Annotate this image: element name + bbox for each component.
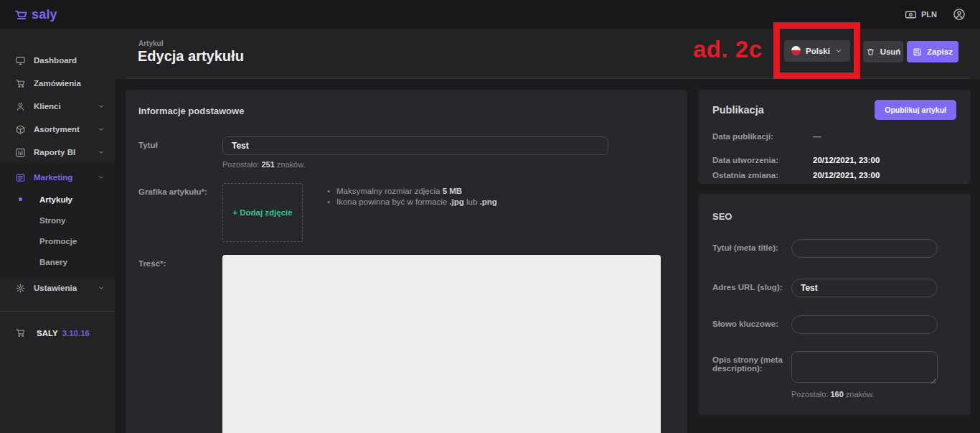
sidebar-item-raporty-bi[interactable]: Raporty BI — [0, 141, 115, 164]
cart-icon — [15, 327, 27, 338]
title-remaining-counter: Pozostało: 251 znaków. — [222, 160, 608, 169]
seo-card: SEO Tytuł (meta title): Adres URL (slug)… — [698, 194, 971, 415]
language-dropdown[interactable]: Polski — [784, 40, 850, 62]
gear-icon — [15, 283, 27, 294]
add-photo-dropzone[interactable]: + Dodaj zdjęcie — [222, 183, 303, 242]
sidebar-item-dashboard[interactable]: Dashboard — [0, 49, 115, 72]
monitor-icon — [15, 55, 27, 66]
account-button[interactable] — [953, 8, 966, 21]
cart-icon — [15, 78, 27, 89]
title-label: Tytuł — [138, 136, 222, 169]
cart-logo-icon — [14, 7, 29, 22]
sidebar-item-banery[interactable]: Banery — [0, 251, 115, 272]
sidebar-footer: SALY 3.10.16 — [0, 327, 115, 338]
app-logo[interactable]: saly — [14, 7, 57, 22]
image-label: Grafika artykułu*: — [138, 183, 222, 242]
publication-title: Publikacja — [712, 104, 764, 116]
modified-date-value: 20/12/2021, 23:00 — [813, 171, 880, 180]
sidebar-item-klienci[interactable]: Klienci — [0, 95, 115, 118]
publication-date-value: — — [813, 132, 821, 141]
app-version: 3.10.16 — [62, 329, 90, 337]
floppy-icon — [913, 47, 922, 57]
sidebar-item-strony[interactable]: Strony — [0, 210, 115, 231]
title-input[interactable] — [222, 136, 608, 155]
banknote-icon — [905, 9, 917, 21]
sidebar-item-ustawienia[interactable]: Ustawienia — [0, 276, 115, 299]
person-icon — [15, 101, 27, 112]
description-remaining-counter: Pozostało: 160 znaków. — [791, 390, 956, 399]
currency-label: PLN — [921, 10, 937, 19]
seo-title: SEO — [712, 211, 956, 222]
slug-label: Adres URL (slug): — [712, 279, 791, 297]
report-icon — [15, 147, 27, 158]
breadcrumb: Artykuł — [138, 39, 163, 47]
active-bullet — [19, 197, 22, 201]
sidebar-item-marketing[interactable]: Marketing — [0, 166, 115, 189]
sidebar-item-asortyment[interactable]: Asortyment — [0, 118, 115, 141]
news-icon — [15, 172, 27, 183]
sidebar-item-zamowienia[interactable]: Zamówienia — [0, 72, 115, 95]
user-avatar-icon — [953, 8, 966, 21]
chevron-down-icon — [98, 149, 105, 156]
sidebar-item-artykuly[interactable]: Artykuły — [0, 189, 115, 210]
meta-description-textarea[interactable] — [791, 351, 938, 383]
chevron-down-icon — [98, 103, 105, 110]
publication-date-row: Data publikacji: — — [712, 132, 956, 141]
trash-icon — [866, 47, 875, 57]
annotation-highlight-box: Polski — [773, 22, 860, 79]
page-title: Edycja artykułu — [138, 48, 244, 65]
sidebar-item-promocje[interactable]: Promocje — [0, 231, 115, 251]
slug-input[interactable] — [791, 279, 938, 297]
annotation-text: ad. 2c — [693, 36, 763, 63]
sidebar: Dashboard Zamówienia Klienci Asortyment … — [0, 29, 115, 433]
chevron-down-icon — [98, 174, 105, 181]
publish-button[interactable]: Opublikuj artykuł — [875, 100, 956, 120]
content-label: Treść*: — [138, 255, 222, 433]
bullet-icon: • — [327, 197, 330, 208]
created-date-value: 20/12/2021, 23:00 — [813, 156, 880, 164]
bullet-icon: • — [327, 186, 330, 197]
save-button[interactable]: Zapisz — [907, 41, 958, 62]
chevron-down-icon — [98, 284, 105, 292]
meta-description-label: Opis strony (meta description): — [712, 351, 791, 386]
poland-flag-icon — [791, 46, 801, 55]
image-hints: • Maksymalny rozmiar zdjęcia 5 MB • Ikon… — [327, 183, 497, 242]
basic-info-card: Informacje podstawowe Tytuł Pozostało: 2… — [126, 90, 687, 433]
sidebar-divider — [0, 311, 115, 312]
keyword-label: Słowo kluczowe: — [712, 315, 791, 334]
publication-card: Publikacja Opublikuj artykuł Data publik… — [698, 90, 971, 184]
meta-title-input[interactable] — [791, 239, 938, 258]
app-name: SALY — [37, 329, 58, 337]
chevron-down-icon — [98, 126, 105, 133]
add-photo-button[interactable]: + Dodaj zdjęcie — [232, 208, 292, 217]
package-icon — [15, 124, 27, 135]
content-editor[interactable] — [222, 255, 661, 433]
currency-selector[interactable]: PLN — [905, 9, 937, 21]
chevron-down-icon — [835, 47, 842, 55]
delete-button[interactable]: Usuń — [863, 41, 903, 62]
keyword-input[interactable] — [791, 315, 938, 334]
logo-text: saly — [32, 7, 57, 22]
section-title: Informacje podstawowe — [138, 106, 674, 116]
marketing-group: Marketing Artykuły Strony Promocje Baner… — [0, 164, 115, 276]
created-date-row: Data utworzenia: 20/12/2021, 23:00 — [712, 156, 956, 164]
modified-date-row: Ostatnia zmiana: 20/12/2021, 23:00 — [712, 171, 956, 180]
meta-title-label: Tytuł (meta title): — [712, 239, 791, 258]
